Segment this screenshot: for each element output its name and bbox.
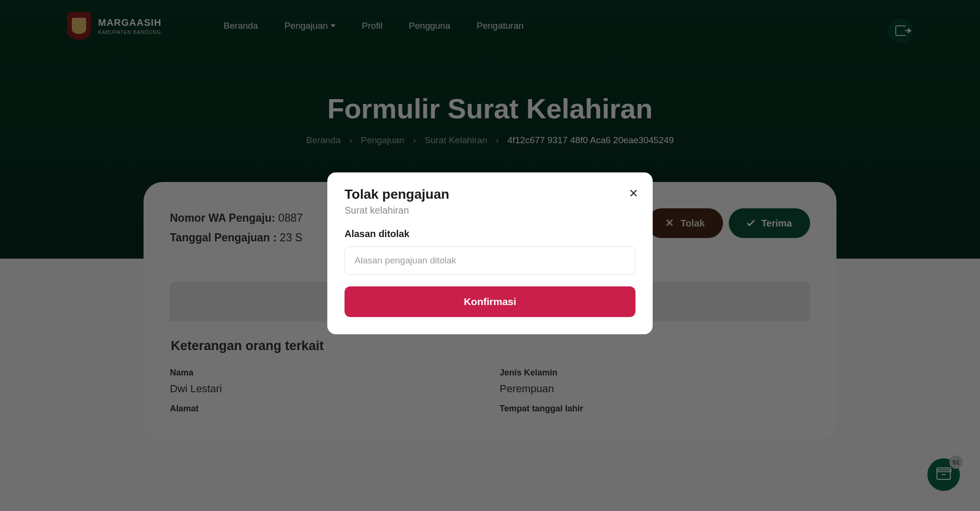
modal-overlay[interactable]: Tolak pengajuan Surat kelahiran ✕ Alasan…	[0, 0, 980, 511]
reject-modal: Tolak pengajuan Surat kelahiran ✕ Alasan…	[327, 172, 653, 334]
reason-input[interactable]	[345, 246, 635, 275]
modal-subtitle: Surat kelahiran	[345, 205, 635, 216]
modal-close-button[interactable]: ✕	[629, 187, 638, 200]
confirm-button[interactable]: Konfirmasi	[345, 286, 635, 317]
modal-reason-label: Alasan ditolak	[345, 228, 635, 239]
modal-title: Tolak pengajuan	[345, 187, 635, 202]
